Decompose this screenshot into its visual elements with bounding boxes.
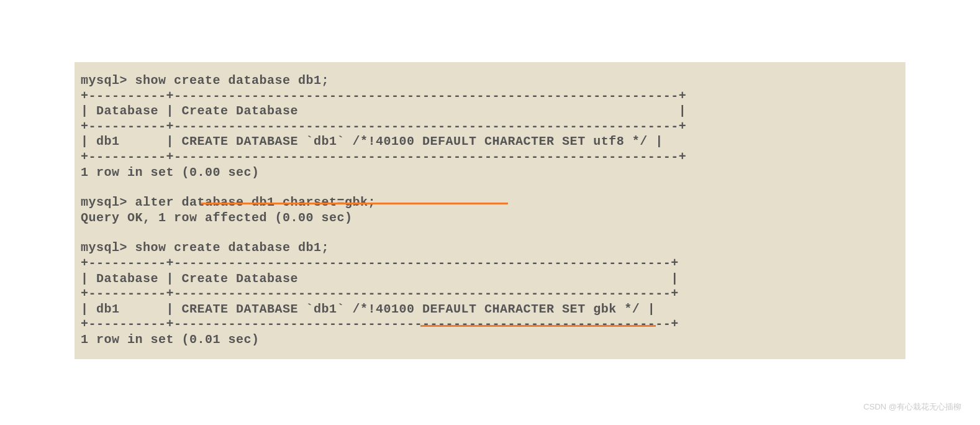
terminal-line: | db1 | CREATE DATABASE `db1` /*!40100 D… — [81, 134, 899, 150]
annotation-underline-alter-command — [201, 203, 508, 204]
terminal-line: +----------+----------------------------… — [81, 89, 899, 104]
terminal-line: +----------+----------------------------… — [81, 119, 899, 135]
terminal-line: mysql> show create database db1; — [81, 240, 899, 256]
terminal-line: Query OK, 1 row affected (0.00 sec) — [81, 211, 899, 226]
terminal-line: mysql> show create database db1; — [81, 73, 899, 89]
terminal-line: | db1 | CREATE DATABASE `db1` /*!40100 D… — [81, 302, 899, 318]
terminal-blank-line — [81, 226, 899, 240]
terminal-line: 1 row in set (0.01 sec) — [81, 332, 899, 348]
annotation-underline-gbk-result — [420, 325, 656, 327]
terminal-line: +----------+----------------------------… — [81, 150, 899, 165]
watermark-text: CSDN @有心栽花无心插柳 — [863, 401, 961, 413]
terminal-blank-line — [81, 180, 899, 195]
terminal-line: | Database | Create Database | — [81, 272, 899, 287]
terminal-line: +----------+----------------------------… — [81, 286, 899, 302]
terminal-line: 1 row in set (0.00 sec) — [81, 165, 899, 181]
terminal-output: mysql> show create database db1; +------… — [75, 62, 905, 359]
terminal-line: | Database | Create Database | — [81, 104, 899, 119]
terminal-line: +----------+----------------------------… — [81, 256, 899, 272]
